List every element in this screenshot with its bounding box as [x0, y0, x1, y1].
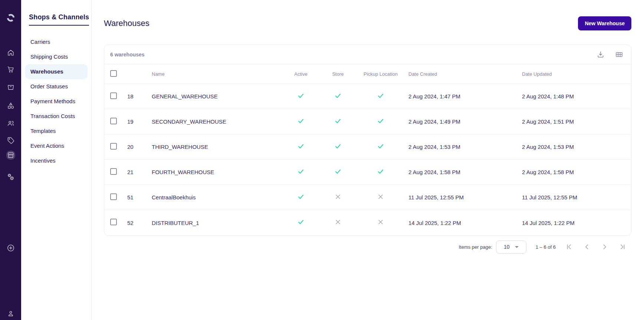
- cart-icon[interactable]: [6, 65, 15, 74]
- store-icon[interactable]: [6, 151, 15, 160]
- column-settings-grid-icon[interactable]: [615, 50, 624, 59]
- next-page-button[interactable]: [600, 242, 609, 251]
- check-icon: [297, 92, 305, 101]
- row-checkbox[interactable]: [110, 143, 117, 150]
- sidebar-item-incentives[interactable]: Incentives: [21, 153, 91, 168]
- check-icon: [334, 92, 342, 101]
- cell-id: 19: [127, 118, 152, 125]
- sidebar-item-order-statuses[interactable]: Order Statuses: [21, 79, 91, 94]
- check-icon: [297, 218, 305, 227]
- add-icon[interactable]: [6, 244, 15, 252]
- orders-icon[interactable]: [6, 83, 15, 92]
- column-header-date-created: Date Created: [401, 71, 522, 77]
- cell-active-status: [286, 193, 316, 202]
- sidebar-item-carriers[interactable]: Carriers: [21, 35, 91, 49]
- cell-name: THIRD_WAREHOUSE: [152, 144, 286, 150]
- home-icon[interactable]: [6, 48, 15, 57]
- sidebar-item-shipping-costs[interactable]: Shipping Costs: [21, 49, 91, 64]
- cell-pickup-status: [360, 92, 401, 101]
- cell-store-status: [316, 168, 360, 177]
- cell-date-updated: 14 Jul 2025, 1:22 PM: [522, 220, 631, 226]
- items-per-page-value: 10: [504, 244, 510, 250]
- table-row[interactable]: 20 THIRD_WAREHOUSE 2 Aug 2024, 1:53 PM 2…: [104, 134, 631, 160]
- cell-name: DISTRIBUTEUR_1: [152, 220, 286, 226]
- check-icon: [334, 168, 342, 177]
- column-header-pickup-location: Pickup Location: [360, 71, 401, 77]
- cell-date-updated: 11 Jul 2025, 12:55 PM: [522, 194, 631, 200]
- sidebar: Shops & Channels Carriers Shipping Costs…: [21, 0, 92, 320]
- cell-date-updated: 2 Aug 2024, 1:51 PM: [522, 118, 631, 125]
- cell-date-created: 11 Jul 2025, 12:55 PM: [401, 194, 522, 200]
- tag-icon[interactable]: [6, 136, 15, 145]
- x-icon: [334, 193, 342, 202]
- cell-date-created: 14 Jul 2025, 1:22 PM: [401, 220, 522, 226]
- sidebar-item-templates[interactable]: Templates: [21, 124, 91, 138]
- sidebar-item-event-actions[interactable]: Event Actions: [21, 138, 91, 153]
- cell-store-status: [316, 193, 360, 202]
- cell-active-status: [286, 143, 316, 151]
- settings-gears-icon[interactable]: [6, 173, 15, 182]
- table-row[interactable]: 52 DISTRIBUTEUR_1 14 Jul 2025, 1:22 PM 1…: [104, 210, 631, 235]
- page-title: Warehouses: [104, 19, 150, 28]
- check-icon: [377, 92, 384, 101]
- cell-store-status: [316, 92, 360, 101]
- download-icon[interactable]: [596, 50, 605, 59]
- previous-page-button[interactable]: [582, 242, 591, 251]
- pagination: Items per page: 10 1 – 6 of 6: [104, 240, 631, 254]
- page-header: Warehouses New Warehouse: [104, 16, 631, 30]
- cell-name: SECONDARY_WAREHOUSE: [152, 118, 286, 125]
- sidebar-item-warehouses[interactable]: Warehouses: [25, 64, 88, 79]
- table-summary: 6 warehouses: [110, 52, 145, 58]
- cell-pickup-status: [360, 143, 401, 151]
- check-icon: [297, 143, 305, 151]
- table-row[interactable]: 18 GENERAL_WAREHOUSE 2 Aug 2024, 1:47 PM…: [104, 84, 631, 109]
- x-icon: [334, 218, 342, 227]
- customers-icon[interactable]: [6, 119, 15, 128]
- cell-pickup-status: [360, 168, 401, 177]
- select-all-checkbox[interactable]: [110, 70, 117, 77]
- account-icon[interactable]: [6, 309, 15, 318]
- cell-pickup-status: [360, 218, 401, 227]
- caret-down-icon: [515, 246, 519, 248]
- first-page-button[interactable]: [565, 242, 574, 251]
- column-header-store: Store: [316, 71, 360, 77]
- cell-id: 20: [127, 144, 152, 150]
- icon-rail: [0, 0, 21, 320]
- cell-date-created: 2 Aug 2024, 1:53 PM: [401, 144, 522, 150]
- x-icon: [377, 218, 384, 227]
- table-row[interactable]: 51 CentraalBoekhuis 11 Jul 2025, 12:55 P…: [104, 185, 631, 210]
- sidebar-item-transaction-costs[interactable]: Transaction Costs: [21, 109, 91, 124]
- row-checkbox[interactable]: [110, 219, 117, 225]
- cell-pickup-status: [360, 193, 401, 202]
- cell-date-created: 2 Aug 2024, 1:58 PM: [401, 169, 522, 175]
- products-icon[interactable]: [6, 101, 15, 110]
- cell-store-status: [316, 117, 360, 126]
- cell-date-created: 2 Aug 2024, 1:49 PM: [401, 118, 522, 125]
- cell-date-created: 2 Aug 2024, 1:47 PM: [401, 93, 522, 99]
- x-icon: [377, 193, 384, 202]
- cell-date-updated: 2 Aug 2024, 1:48 PM: [522, 93, 631, 99]
- check-icon: [377, 168, 384, 177]
- check-icon: [377, 117, 384, 126]
- check-icon: [377, 143, 384, 151]
- row-checkbox[interactable]: [110, 168, 117, 175]
- column-header-date-updated: Date Updated: [522, 71, 631, 77]
- check-icon: [297, 193, 305, 202]
- last-page-button[interactable]: [618, 242, 627, 251]
- table-row[interactable]: 19 SECONDARY_WAREHOUSE 2 Aug 2024, 1:49 …: [104, 109, 631, 134]
- check-icon: [334, 117, 342, 126]
- row-checkbox[interactable]: [110, 118, 117, 124]
- cell-active-status: [286, 92, 316, 101]
- warehouses-table-card: 6 warehouses Name Active Store Pickup Lo…: [104, 45, 631, 236]
- cell-store-status: [316, 143, 360, 151]
- sidebar-item-payment-methods[interactable]: Payment Methods: [21, 94, 91, 109]
- row-checkbox[interactable]: [110, 92, 117, 99]
- items-per-page-select[interactable]: 10: [496, 241, 526, 254]
- logo-icon[interactable]: [6, 13, 15, 22]
- new-warehouse-button[interactable]: New Warehouse: [578, 16, 631, 30]
- row-checkbox[interactable]: [110, 193, 117, 200]
- table-tools: [596, 50, 626, 59]
- cell-pickup-status: [360, 117, 401, 126]
- table-row[interactable]: 21 FOURTH_WAREHOUSE 2 Aug 2024, 1:58 PM …: [104, 160, 631, 185]
- check-icon: [334, 143, 342, 151]
